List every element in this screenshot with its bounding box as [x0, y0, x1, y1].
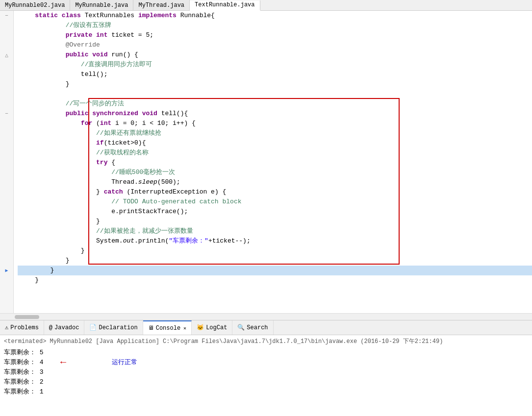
- editor-tab-bar: MyRunnable02.java MyRunnable.java MyThre…: [0, 0, 532, 11]
- gutter-bookmark: ▶: [0, 266, 13, 275]
- code-line-10: //写一个同步的方法: [18, 99, 532, 109]
- code-line-21: e.printStackTrace();: [18, 207, 532, 217]
- gutter-collapse-1[interactable]: −: [0, 11, 13, 21]
- tab-search[interactable]: 🔍 Search: [232, 320, 273, 335]
- console-output-area: <terminated> MyRunnable02 [Java Applicat…: [0, 335, 532, 408]
- console-text-5: 车票剩余： 1: [4, 387, 44, 396]
- code-line-4: @Override: [18, 40, 532, 50]
- search-icon: 🔍: [237, 324, 245, 331]
- code-line-16: try {: [18, 158, 532, 168]
- declaration-icon: 📄: [89, 324, 97, 331]
- console-header: <terminated> MyRunnable02 [Java Applicat…: [4, 337, 528, 345]
- code-line-12: for (int i = 0; i < 10; i++) {: [18, 119, 532, 128]
- line-gutter: − △ − ▶: [0, 11, 14, 313]
- code-line-25: }: [18, 246, 532, 256]
- code-line-27: }: [18, 266, 532, 275]
- tab-logcat[interactable]: 🐱 LogCat: [192, 320, 232, 335]
- scrollbar-thumb[interactable]: [15, 315, 39, 319]
- tab-search-label: Search: [247, 324, 268, 331]
- tab-myrunnable02[interactable]: MyRunnable02.java: [0, 0, 70, 10]
- tab-javadoc-label: Javadoc: [54, 324, 79, 331]
- console-text-4: 车票剩余： 2: [4, 377, 44, 386]
- code-line-11: public synchronized void tell(){: [18, 109, 532, 119]
- code-line-24: System.out.println("车票剩余："+ticket--);: [18, 236, 532, 246]
- code-line-26: }: [18, 256, 532, 266]
- console-line-5: 车票剩余： 1: [4, 387, 528, 396]
- code-line-14: if(ticket>0){: [18, 138, 532, 148]
- tab-javadoc[interactable]: @ Javadoc: [44, 320, 85, 335]
- code-line-5: public void run() {: [18, 50, 532, 60]
- problems-icon: ⚠: [5, 324, 8, 331]
- code-line-23: //如果被抢走，就减少一张票数量: [18, 226, 532, 236]
- running-normal-label: 运行正常: [112, 358, 137, 367]
- code-line-20: // TODO Auto-generated catch block: [18, 197, 532, 207]
- code-line-15: //获取线程的名称: [18, 148, 532, 158]
- code-line-2: //假设有五张牌: [18, 21, 532, 30]
- tab-declaration-label: Declaration: [99, 324, 137, 331]
- red-arrow-icon: ←: [60, 357, 66, 368]
- console-line-4: 车票剩余： 2: [4, 377, 528, 387]
- code-line-13: //如果还有票就继续抢: [18, 128, 532, 138]
- tab-problems[interactable]: ⚠ Problems: [0, 320, 44, 335]
- gutter-collapse-11[interactable]: −: [0, 109, 13, 119]
- horizontal-scrollbar[interactable]: [0, 313, 532, 320]
- console-close-icon[interactable]: ✕: [183, 325, 186, 331]
- console-line-1: 车票剩余： 5: [4, 347, 528, 357]
- tab-logcat-label: LogCat: [206, 324, 227, 331]
- tab-console-label: Console: [156, 325, 180, 332]
- code-line-19: } catch (InterruptedException e) {: [18, 187, 532, 197]
- tab-console[interactable]: 🖥 Console ✕: [143, 320, 192, 335]
- console-line-2: 车票剩余： 4 ← 运行正常: [4, 357, 528, 367]
- tab-textrunnable[interactable]: TextRunnable.java: [190, 0, 260, 11]
- tab-mythread[interactable]: MyThread.java: [133, 0, 190, 10]
- code-line-7: tell();: [18, 70, 532, 79]
- code-line-28: }: [18, 275, 532, 285]
- logcat-icon: 🐱: [197, 324, 204, 331]
- bottom-tab-bar: ⚠ Problems @ Javadoc 📄 Declaration 🖥 Con…: [0, 320, 532, 335]
- code-line-17: //睡眠500毫秒抢一次: [18, 168, 532, 177]
- code-line-1: static class TextRunnables implements Ru…: [18, 11, 532, 21]
- console-text-2: 车票剩余： 4: [4, 358, 44, 367]
- code-line-18: Thread.sleep(500);: [18, 177, 532, 187]
- code-line-3: private int ticket = 5;: [18, 30, 532, 40]
- console-line-3: 车票剩余： 3: [4, 367, 528, 377]
- gutter-collapse-5[interactable]: △: [0, 50, 13, 60]
- code-line-22: }: [18, 217, 532, 226]
- code-line-6: //直接调用同步方法即可: [18, 60, 532, 70]
- code-line-8: }: [18, 79, 532, 89]
- code-editor[interactable]: static class TextRunnables implements Ru…: [14, 11, 532, 313]
- console-text-3: 车票剩余： 3: [4, 367, 44, 376]
- console-text-1: 车票剩余： 5: [4, 348, 44, 357]
- console-icon: 🖥: [148, 324, 154, 332]
- javadoc-icon: @: [49, 324, 52, 331]
- tab-myrunnable[interactable]: MyRunnable.java: [70, 0, 133, 10]
- tab-problems-label: Problems: [10, 324, 39, 331]
- tab-declaration[interactable]: 📄 Declaration: [84, 320, 143, 335]
- editor-area: − △ − ▶ static class TextR: [0, 11, 532, 313]
- code-line-9: [18, 89, 532, 99]
